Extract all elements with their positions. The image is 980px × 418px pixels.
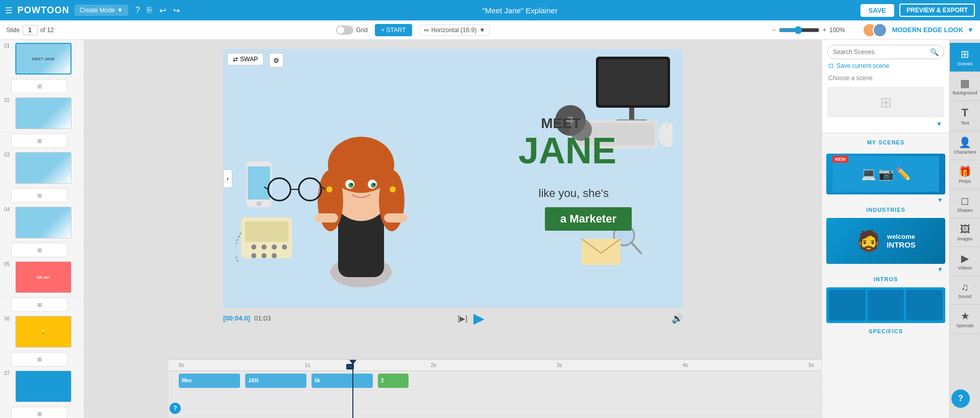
slide-item-6[interactable]: 06 💡 — [0, 313, 84, 351]
slide-number: 06 — [4, 316, 12, 322]
create-mode-button[interactable]: Create Mode ▼ — [75, 5, 128, 16]
slide-item-1[interactable]: 01 MEET JANE — [0, 40, 84, 78]
industries-dropdown-arrow[interactable]: ▼ — [826, 196, 945, 204]
specifics-scene-card[interactable] — [826, 287, 945, 323]
industries-section: NEW 💻📷✏️ ▼ INDUSTRIES — [822, 152, 949, 216]
industries-label: INDUSTRIES — [826, 204, 945, 216]
ruler-marks: 0s 1s 2s 3s 4s 5s — [179, 362, 814, 368]
aspect-ratio-selector[interactable]: ⇔ Horizontal (16:9) ▼ — [419, 24, 490, 36]
collapse-left-panel-button[interactable]: ‹ — [223, 169, 232, 188]
svg-line-46 — [632, 243, 641, 253]
canvas-frame[interactable]: ⇄ SWAP ⚙ — [223, 49, 683, 308]
timeline-clip-jan[interactable]: JAN — [245, 374, 306, 388]
undo-icon[interactable]: ↩ — [159, 6, 166, 15]
scene-placeholder: ⊞ — [827, 87, 944, 117]
sidebar-item-characters[interactable]: 👤 Characters — [950, 131, 980, 160]
scene-dropdown-arrow[interactable]: ▼ — [827, 120, 944, 128]
hamburger-icon[interactable]: ☰ — [5, 6, 12, 15]
slide-item-7[interactable]: 07 — [0, 367, 84, 406]
sidebar-item-sound[interactable]: ♫ Sound — [950, 276, 980, 305]
timeline-tracks: Mee JAN lik 2 — [169, 371, 822, 417]
svg-point-42 — [251, 253, 256, 258]
svg-rect-2 — [629, 108, 634, 120]
svg-point-44 — [272, 253, 277, 258]
modern-edge-button[interactable]: MODERN EDGE LOOK ▼ — [892, 26, 974, 34]
search-scenes-input[interactable] — [833, 48, 927, 56]
theme-selector[interactable]: MODERN EDGE LOOK ▼ — [863, 23, 974, 37]
copy-icon[interactable]: ⎘ — [147, 6, 152, 15]
characters-icon: 👤 — [959, 136, 971, 149]
add-slide-after-5[interactable]: ⊞ — [11, 298, 67, 312]
timeline-clip-lik[interactable]: lik — [312, 374, 373, 388]
slide-thumbnail-1[interactable]: MEET JANE — [15, 43, 71, 75]
play-button[interactable]: ▶ — [473, 310, 485, 327]
add-slide-after-2[interactable]: ⊞ — [11, 134, 67, 148]
ruler-mark-3: 3s — [557, 362, 562, 368]
slide-thumbnail-3[interactable] — [15, 152, 71, 184]
save-button[interactable]: SAVE — [861, 4, 894, 17]
text-marketer: a Marketer — [545, 207, 632, 231]
zoom-in-icon[interactable]: + — [823, 27, 826, 34]
intros-label: INTROS — [826, 273, 945, 285]
add-slide-after-6[interactable]: ⊞ — [11, 352, 67, 366]
add-slide-after-1[interactable]: ⊞ — [11, 79, 67, 93]
search-icon[interactable]: 🔍 — [930, 48, 939, 56]
zoom-slider[interactable] — [779, 26, 820, 34]
slide-thumbnail-2[interactable] — [15, 97, 71, 129]
presentation-title: "Meet Jane" Explainer — [185, 6, 855, 15]
timeline-clip-meet[interactable]: Mee — [179, 374, 240, 388]
slide-item-5[interactable]: 05 Oh no! — [0, 258, 84, 297]
swap-button[interactable]: ⇄ SWAP — [227, 53, 264, 65]
intros-scene-card[interactable]: 🧔 welcome INTROS — [826, 218, 945, 264]
add-slide-after-4[interactable]: ⊞ — [11, 243, 67, 257]
sidebar-item-props[interactable]: 🎁 Props — [950, 160, 980, 189]
sidebar-item-text[interactable]: T Text — [950, 101, 980, 131]
svg-point-23 — [373, 183, 375, 185]
add-slide-after-3[interactable]: ⊞ — [11, 188, 67, 203]
help-icon[interactable]: ? — [135, 6, 140, 15]
timeline-help-button[interactable]: ? — [170, 403, 181, 414]
sidebar-item-scenes[interactable]: ⊞ Scenes — [950, 43, 980, 72]
svg-point-6 — [658, 122, 673, 147]
sound-label: Sound — [958, 294, 971, 299]
background-label: Background — [952, 90, 977, 95]
volume-icon[interactable]: 🔊 — [672, 313, 683, 324]
ruler-mark-0: 0s — [179, 362, 184, 368]
ratio-label: Horizontal (16:9) — [432, 27, 477, 34]
specifics-thumb-2 — [868, 290, 904, 321]
sidebar-item-images[interactable]: 🖼 Images — [950, 218, 980, 247]
start-button[interactable]: + START — [375, 24, 412, 36]
slide-item-2[interactable]: 02 — [0, 94, 84, 133]
add-slide-button[interactable]: ⊞ — [11, 407, 67, 418]
timeline-clip-2[interactable]: 2 — [378, 374, 409, 388]
grid-toggle[interactable] — [336, 26, 353, 35]
global-help-button[interactable]: ? — [951, 389, 970, 408]
playhead-label: ··· — [346, 364, 354, 370]
zoom-out-icon[interactable]: − — [772, 27, 776, 34]
ratio-icon: ⇔ — [424, 27, 429, 34]
slide-thumbnail-4[interactable] — [15, 207, 71, 238]
slide-info: Slide of 12 — [6, 25, 54, 35]
slide-item-4[interactable]: 04 — [0, 204, 84, 242]
slide-item-3[interactable]: 03 — [0, 149, 84, 187]
sidebar-item-background[interactable]: ▦ Background — [950, 72, 980, 101]
svg-point-39 — [261, 244, 267, 250]
preview-export-button[interactable]: PREVIEW & EXPORT — [899, 4, 975, 17]
settings-button[interactable]: ⚙ — [269, 53, 283, 67]
redo-icon[interactable]: ↪ — [173, 6, 180, 15]
slide-number-input[interactable] — [22, 25, 38, 35]
save-current-scene-button[interactable]: ⊡ Save current scene — [827, 59, 890, 72]
glasses-prop — [264, 177, 325, 202]
slide-thumbnail-5[interactable]: Oh no! — [15, 261, 71, 293]
svg-point-41 — [282, 244, 287, 250]
sidebar-item-specials[interactable]: ★ Specials — [950, 305, 980, 334]
industries-scene-card[interactable]: NEW 💻📷✏️ — [826, 154, 945, 194]
slide-thumbnail-6[interactable]: 💡 — [15, 316, 71, 348]
videos-label: Videos — [958, 265, 972, 271]
sidebar-item-shapes[interactable]: ◻ Shapes — [950, 189, 980, 218]
industries-card-image: NEW 💻📷✏️ — [829, 157, 942, 191]
sound-icon: ♫ — [961, 281, 969, 293]
sidebar-item-videos[interactable]: ▶ Videos — [950, 247, 980, 276]
intros-dropdown-arrow[interactable]: ▼ — [826, 266, 945, 273]
slide-thumbnail-7[interactable] — [15, 371, 71, 402]
